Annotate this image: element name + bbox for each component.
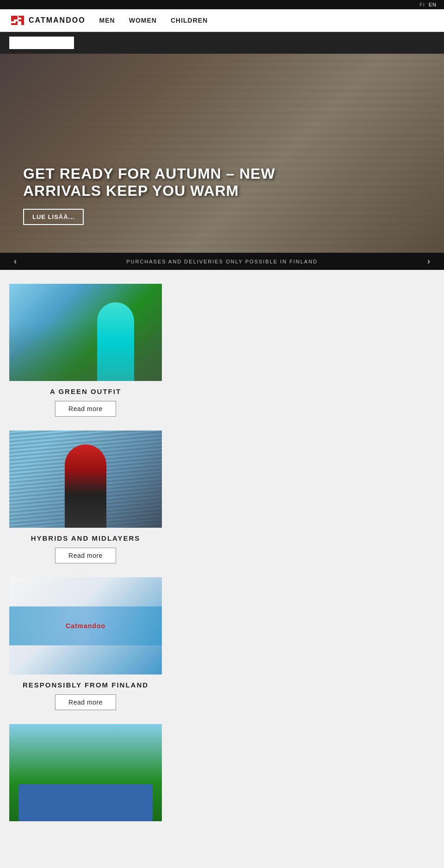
card-responsibly-finland: RESPONSIBLY FROM FINLAND Read more [9,577,162,710]
card-hybrids-midlayers-image [9,431,162,528]
cards-section: A GREEN OUTFIT Read more HYBRIDS AND MID… [0,270,444,835]
card-responsibly-finland-read-more[interactable]: Read more [55,694,116,710]
card-green-outfit-image [9,284,162,381]
card-green-outfit: A GREEN OUTFIT Read more [9,284,162,417]
hero-cta-button[interactable]: LUE LISÄÄ... [23,209,84,225]
card-hybrids-midlayers: HYBRIDS AND MIDLAYERS Read more [9,431,162,563]
top-language-bar: FI EN [0,0,444,9]
hero-section: GET READY FOR AUTUMN – NEW ARRIVALS KEEP… [0,54,444,253]
hero-nav-bar: ‹ PURCHASES AND DELIVERIES ONLY POSSIBLE… [0,253,444,270]
card-green-outfit-read-more[interactable]: Read more [55,401,116,417]
search-bar-area [0,32,444,54]
hero-prev-button[interactable]: ‹ [9,256,21,266]
hero-notice: PURCHASES AND DELIVERIES ONLY POSSIBLE I… [21,259,423,264]
nav-item-women[interactable]: WOMEN [129,16,157,25]
search-input[interactable] [9,37,74,49]
card-responsibly-finland-title: RESPONSIBLY FROM FINLAND [23,681,148,689]
card-responsibly-finland-image [9,577,162,674]
nav-link-women[interactable]: WOMEN [129,17,157,24]
hero-content: GET READY FOR AUTUMN – NEW ARRIVALS KEEP… [23,165,291,225]
lang-fi-button[interactable]: FI [419,2,425,7]
lang-en-button[interactable]: EN [429,2,437,7]
card-team [9,724,162,821]
nav-link-men[interactable]: MEN [99,17,115,24]
card-hybrids-midlayers-title: HYBRIDS AND MIDLAYERS [31,534,141,542]
card-green-outfit-title: A GREEN OUTFIT [50,387,121,395]
nav-item-children[interactable]: CHILDREN [171,16,208,25]
main-nav: CATMANDOO MEN WOMEN CHILDREN [0,9,444,32]
logo-icon [9,14,26,27]
card-team-image [9,724,162,821]
nav-links: MEN WOMEN CHILDREN [99,16,208,25]
logo[interactable]: CATMANDOO [9,14,86,27]
logo-text: CATMANDOO [29,16,86,25]
card-hybrids-midlayers-read-more[interactable]: Read more [55,548,116,563]
nav-item-men[interactable]: MEN [99,16,115,25]
hero-next-button[interactable]: › [423,256,435,266]
nav-link-children[interactable]: CHILDREN [171,17,208,24]
hero-title: GET READY FOR AUTUMN – NEW ARRIVALS KEEP… [23,165,291,200]
